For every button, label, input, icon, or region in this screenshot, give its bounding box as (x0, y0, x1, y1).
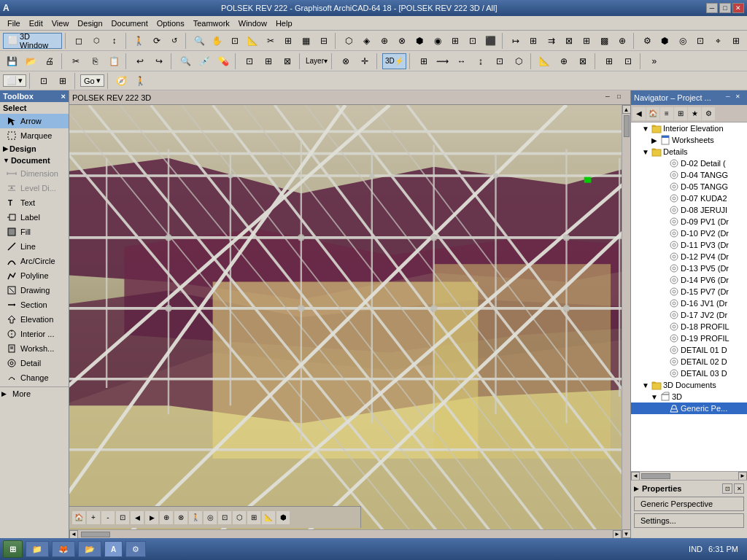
mini-fit[interactable]: ⊡ (116, 511, 129, 524)
nav-scroll-left[interactable]: ◄ (631, 472, 640, 481)
mini-b8[interactable]: ⬢ (276, 511, 290, 524)
toolbox-elevation-item[interactable]: Elevation (0, 312, 69, 327)
nav-det02[interactable]: DETAIL 02 D (631, 356, 747, 368)
tb-zoom[interactable]: 🔍 (191, 33, 207, 49)
close-button[interactable]: ✕ (732, 3, 744, 13)
tb-b14[interactable]: ⊞ (525, 33, 541, 49)
toolbox-arrow-item[interactable]: Arrow (0, 114, 69, 128)
tb2-eyedrop[interactable]: 💉 (196, 53, 213, 69)
scroll-left-arrow[interactable]: ◄ (69, 530, 78, 539)
tb2-search[interactable]: 🔍 (177, 53, 194, 69)
tb-b20[interactable]: ⚙ (639, 33, 655, 49)
nav-d19[interactable]: D-19 PROFIL (631, 332, 747, 344)
toolbox-leveldi-item[interactable]: Level Di... (0, 181, 69, 195)
tb2-move[interactable]: ✛ (356, 53, 374, 69)
nav-d12[interactable]: D-12 PV4 (Dr (631, 251, 747, 262)
menu-help[interactable]: Help (271, 18, 297, 29)
viewport-maximize[interactable]: □ (617, 93, 627, 102)
nav-d14[interactable]: D-14 PV6 (Dr (631, 274, 747, 286)
start-button[interactable]: ⊞ (3, 540, 23, 558)
tb2-snap3[interactable]: ⊠ (279, 53, 296, 69)
tb-walk[interactable]: 🚶 (131, 33, 147, 49)
toolbox-close[interactable]: × (61, 92, 66, 101)
nav-d16[interactable]: D-16 JV1 (Dr (631, 298, 747, 309)
taskbar-folder[interactable]: 📂 (78, 541, 101, 557)
toolbox-label-item[interactable]: Label (0, 210, 69, 225)
nav-tb-home[interactable]: 🏠 (646, 107, 659, 120)
nav-tb-settings[interactable]: ⚙ (702, 107, 715, 120)
tb-b10[interactable]: ⊞ (447, 33, 463, 49)
mini-b5[interactable]: ⬡ (233, 511, 246, 524)
toolbox-design-section[interactable]: ▶ Design (0, 143, 69, 155)
tb2-r2[interactable]: ⊕ (555, 53, 573, 69)
tb2-open[interactable]: 📂 (22, 53, 39, 69)
mini-walk[interactable]: 🚶 (189, 511, 202, 524)
toolbox-line-item[interactable]: Line (0, 239, 69, 254)
toolbox-detail-item[interactable]: Detail (0, 356, 69, 370)
toolbox-dimension-item[interactable]: Dimension (0, 166, 69, 181)
nav-d02[interactable]: D-02 Detail ( (631, 158, 747, 169)
tb2-grid[interactable]: ⊞ (415, 53, 433, 69)
taskbar-archicad[interactable]: A (104, 541, 123, 557)
tb-pan[interactable]: ✋ (209, 33, 225, 49)
tb-wireframe[interactable]: ⬡ (88, 33, 104, 49)
mini-b1[interactable]: ⊕ (160, 511, 173, 524)
toolbox-fill-item[interactable]: Fill (0, 225, 69, 239)
taskbar-settings[interactable]: ⚙ (125, 541, 146, 557)
tb2-paste[interactable]: 📋 (105, 53, 123, 69)
tb2-r5[interactable]: ⊡ (619, 53, 637, 69)
nav-details[interactable]: ▼ Details (631, 146, 747, 158)
mini-b6[interactable]: ⊞ (247, 511, 260, 524)
mini-home[interactable]: 🏠 (72, 511, 85, 524)
tb-cube[interactable]: ◻ (71, 33, 87, 49)
prop-ctrl-2[interactable]: ✕ (734, 483, 744, 494)
menu-view[interactable]: View (47, 18, 74, 29)
nav-generic-persp[interactable]: Generic Pe... (631, 402, 747, 414)
nav-3d[interactable]: ▼ 3D (631, 391, 747, 402)
nav-d18[interactable]: D-18 PROFIL (631, 321, 747, 332)
tb-b24[interactable]: ⌖ (710, 33, 726, 49)
tb-b8[interactable]: ⬢ (411, 33, 427, 49)
nav-d09[interactable]: D-09 PV1 (Dr (631, 216, 747, 228)
nav-tb-list[interactable]: ≡ (660, 107, 673, 120)
tb2-snap2[interactable]: ⊞ (260, 53, 277, 69)
nav-d07[interactable]: D-07 KUDA2 (631, 192, 747, 204)
tb-b25[interactable]: ⊞ (728, 33, 744, 49)
tb2-snap1[interactable]: ⊡ (241, 53, 258, 69)
generic-perspective-button[interactable]: Generic Perspective (634, 497, 744, 511)
tb-orbit2[interactable]: ↺ (166, 33, 182, 49)
toolbox-more-item[interactable]: ▶ More (0, 386, 69, 400)
scroll-thumb-h[interactable] (81, 532, 110, 537)
tb3-walk2[interactable]: 🚶 (132, 73, 150, 89)
tb2-layer[interactable]: Layer▾ (305, 53, 328, 69)
nav-tb-back[interactable]: ◀ (632, 107, 646, 120)
tb2-ref3[interactable]: ↨ (472, 53, 489, 69)
toolbox-polyline-item[interactable]: Polyline (0, 268, 69, 283)
nav-h-thumb[interactable] (641, 473, 670, 479)
properties-expand[interactable]: ▶ (634, 485, 639, 492)
view-type-dropdown[interactable]: ⬜ ▾ (3, 74, 26, 87)
toolbox-document-section[interactable]: ▼ Document (0, 155, 69, 166)
tb2-ref1[interactable]: ⟿ (434, 53, 452, 69)
viewport-minimize[interactable]: ─ (605, 93, 616, 102)
tb-b1[interactable]: ⊞ (280, 33, 296, 49)
tb2-del[interactable]: ⊗ (337, 53, 355, 69)
tb-b5[interactable]: ◈ (358, 33, 374, 49)
tb-b7[interactable]: ⊗ (394, 33, 410, 49)
toolbox-worksheet-item[interactable]: Worksh... (0, 341, 69, 356)
mini-zoomout[interactable]: - (101, 511, 115, 524)
tb3-compass[interactable]: 🧭 (113, 73, 131, 89)
tb2-ref2[interactable]: ↔ (453, 53, 471, 69)
toolbox-marquee-item[interactable]: Marquee (0, 128, 69, 143)
tb2-inject[interactable]: 💊 (214, 53, 232, 69)
go-dropdown[interactable]: Go ▾ (80, 74, 104, 87)
nav-d11[interactable]: D-11 PV3 (Dr (631, 239, 747, 251)
tb-b23[interactable]: ⊡ (692, 33, 708, 49)
tb-orbit[interactable]: ⟳ (149, 33, 165, 49)
toolbox-section-item[interactable]: Section (0, 298, 69, 312)
nav-interior-elevation[interactable]: ▼ Interior Elevation (631, 122, 747, 134)
nav-tb-grid[interactable]: ⊞ (674, 107, 687, 120)
nav-d10[interactable]: D-10 PV2 (Dr (631, 228, 747, 239)
scroll-right-arrow[interactable]: ► (613, 530, 622, 539)
tb-b21[interactable]: ⬢ (657, 33, 673, 49)
